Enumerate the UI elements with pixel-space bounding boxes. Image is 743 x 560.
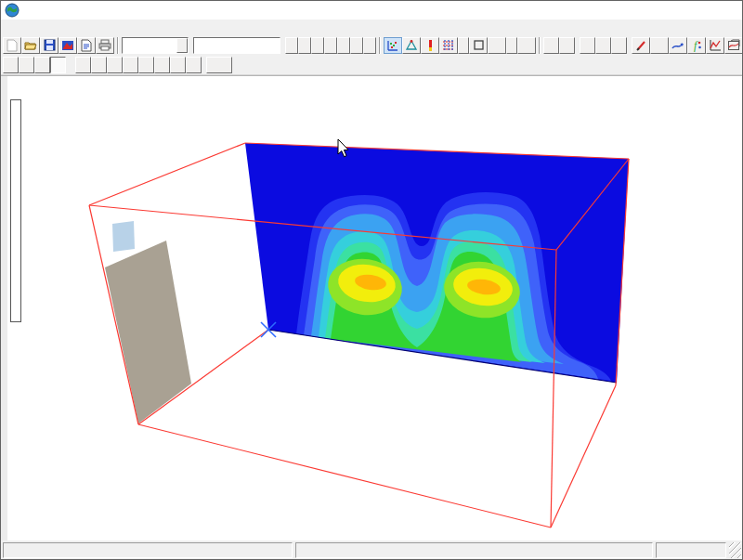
f4-button[interactable] [298,37,311,54]
save-button[interactable] [40,37,59,54]
corner-view-button[interactable] [50,57,66,73]
sweep-readout [600,108,637,119]
probe-marker-icon [426,39,434,52]
window-object[interactable] [112,221,135,252]
status-directory [3,542,293,558]
menu-view[interactable] [29,27,42,29]
mesh-dropdown[interactable] [458,37,469,54]
colored-axes-icon [386,39,399,52]
probe-position-button[interactable] [402,37,421,54]
probe-value [600,188,637,199]
f8-button[interactable] [350,37,363,54]
separator [379,37,381,54]
zoom-in-button[interactable] [186,57,202,73]
z-axis-button[interactable] [611,37,627,54]
angle-dropdown[interactable] [506,37,517,54]
print-button[interactable] [96,37,114,54]
f9-button[interactable] [363,37,376,54]
open-file-button[interactable] [21,37,40,54]
tilt-down-button[interactable] [154,57,170,73]
readouts [600,84,637,307]
printer-icon [98,39,111,51]
top-view-button[interactable] [19,57,34,73]
legend-labels [25,99,53,322]
domain-input[interactable] [193,37,280,54]
turn-left-button[interactable] [107,57,123,73]
vr-editor-icon [61,40,74,51]
separator [117,37,119,54]
streamline-icon [671,40,684,51]
status-bar [1,540,742,559]
reset-view-dropdown[interactable] [206,57,232,73]
rotate-down-left-button[interactable] [91,57,107,73]
view-toolbar [1,55,742,75]
probe-value-label [600,148,637,159]
menu-settings[interactable] [16,27,29,29]
x-axis-button[interactable] [580,37,595,54]
svg-text:f: f [694,39,698,52]
vr-editor-button[interactable] [59,37,77,54]
plan-view-button[interactable] [3,57,19,73]
m-button[interactable] [543,37,559,54]
menu-file[interactable] [3,27,16,29]
separator [539,37,541,54]
save-floppy-icon [44,39,56,51]
maximize-button[interactable] [679,1,710,20]
o-button[interactable] [559,37,575,54]
function-icon: f [691,39,702,52]
new-file-button[interactable] [3,37,21,54]
f7-button[interactable] [337,37,350,54]
menu-bar [1,20,742,35]
rotate-object-button[interactable] [517,37,536,54]
box-outline-icon [473,39,485,51]
viewport[interactable] [1,75,742,540]
menu-build[interactable] [81,27,94,29]
title-bar[interactable] [1,1,742,20]
mesh-grid-icon [442,39,455,52]
rotate-up-right-button[interactable] [75,57,91,73]
line-graph-icon [709,39,722,51]
streamline-button[interactable] [669,37,687,54]
flair-app-icon [5,3,20,18]
cham-combobox[interactable] [122,37,189,54]
surface-plot-icon [727,39,740,51]
f6-button[interactable] [324,37,337,54]
probe-pen-button[interactable] [632,37,650,54]
menu-help[interactable] [94,27,107,29]
y-axis-button[interactable] [595,37,611,54]
new-document-icon [7,39,18,52]
probe-marker-button[interactable] [421,37,439,54]
menu-compile [68,27,81,29]
average-value [600,267,637,279]
average-value-label [600,228,637,239]
minimize-button[interactable] [647,1,679,20]
triangle-probe-icon [405,39,418,51]
app-window: f [0,0,743,560]
tilt-up-button[interactable] [138,57,154,73]
open-folder-icon [24,40,37,51]
status-sparsol [656,542,726,558]
close-button[interactable] [710,1,742,20]
pointer-button[interactable] [650,37,669,54]
zoom-out-button[interactable] [170,57,186,73]
pen-icon [635,39,647,51]
f5-button[interactable] [311,37,324,54]
main-toolbar: f [1,35,742,55]
surface-plot-button[interactable] [724,37,743,54]
show-results-button[interactable] [384,37,402,54]
text-document-icon [81,39,92,52]
menu-run[interactable] [42,27,55,29]
resize-grip[interactable] [729,542,741,558]
turn-right-button[interactable] [123,57,138,73]
result-file-button[interactable] [77,37,96,54]
f3-button[interactable] [285,37,298,54]
wireframe-toggle-button[interactable] [469,37,488,54]
side-view-button[interactable] [34,57,50,73]
menu-options[interactable] [55,27,68,29]
angle-button[interactable] [488,37,506,54]
line-graph-button[interactable] [706,37,724,54]
status-case [295,542,653,558]
chevron-down-icon[interactable] [176,38,188,53]
iso-surface-button[interactable]: f [687,37,706,54]
mesh-toggle-button[interactable] [439,37,458,54]
